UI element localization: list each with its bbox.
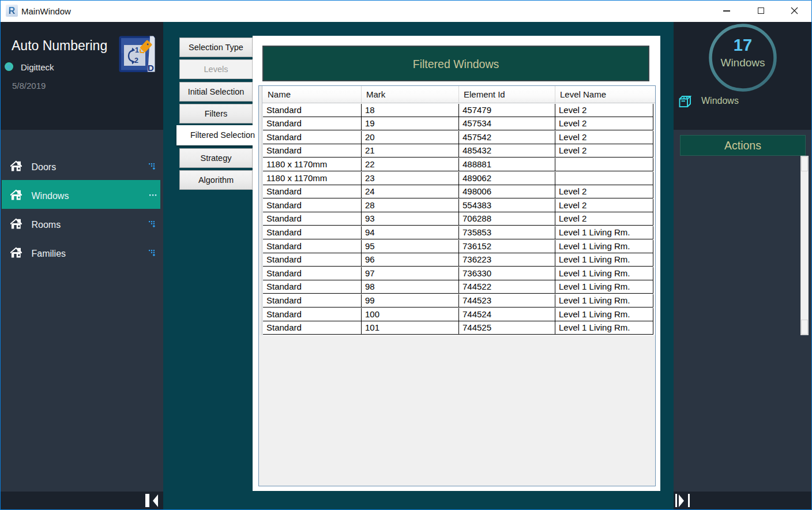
svg-text:1: 1 bbox=[135, 46, 139, 54]
svg-text:2: 2 bbox=[134, 57, 138, 65]
svg-text:D: D bbox=[148, 63, 154, 73]
